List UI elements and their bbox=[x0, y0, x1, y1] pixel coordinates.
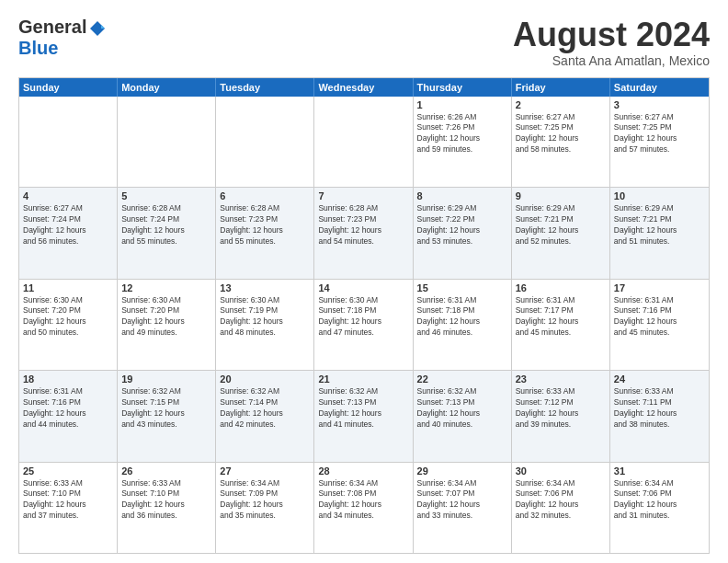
day-number: 4 bbox=[23, 190, 113, 201]
day-cell-30: 30Sunrise: 6:34 AMSunset: 7:06 PMDayligh… bbox=[512, 463, 610, 553]
cell-line: Daylight: 12 hours bbox=[516, 500, 606, 511]
cell-line: Sunset: 7:21 PM bbox=[516, 214, 606, 225]
cell-line: Daylight: 12 hours bbox=[318, 500, 408, 511]
day-number: 15 bbox=[417, 282, 507, 293]
day-cell-27: 27Sunrise: 6:34 AMSunset: 7:09 PMDayligh… bbox=[216, 463, 314, 553]
cell-line: Daylight: 12 hours bbox=[318, 408, 408, 419]
day-number: 9 bbox=[516, 190, 606, 201]
day-number: 1 bbox=[417, 99, 507, 110]
day-number: 26 bbox=[121, 465, 211, 477]
cell-line: and 53 minutes. bbox=[417, 236, 507, 247]
empty-cell bbox=[19, 97, 118, 187]
cell-line: and 58 minutes. bbox=[516, 144, 606, 155]
day-number: 23 bbox=[516, 373, 606, 385]
cell-line: and 51 minutes. bbox=[614, 236, 705, 247]
day-number: 27 bbox=[220, 465, 310, 477]
cell-line: Daylight: 12 hours bbox=[23, 225, 113, 236]
cell-line: Sunrise: 6:31 AM bbox=[23, 386, 113, 397]
cell-line: Daylight: 12 hours bbox=[516, 316, 606, 327]
title-area: August 2024 Santa Ana Amatlan, Mexico bbox=[513, 17, 710, 68]
cell-line: Sunrise: 6:27 AM bbox=[23, 203, 113, 214]
cell-line: and 55 minutes. bbox=[220, 236, 310, 247]
day-number: 25 bbox=[23, 465, 113, 477]
cell-line: Sunrise: 6:33 AM bbox=[121, 478, 211, 489]
day-cell-31: 31Sunrise: 6:34 AMSunset: 7:06 PMDayligh… bbox=[610, 463, 709, 553]
cell-line: Sunset: 7:06 PM bbox=[516, 488, 606, 500]
day-cell-21: 21Sunrise: 6:32 AMSunset: 7:13 PMDayligh… bbox=[314, 371, 413, 461]
day-cell-13: 13Sunrise: 6:30 AMSunset: 7:19 PMDayligh… bbox=[216, 280, 314, 370]
cell-line: Sunset: 7:14 PM bbox=[220, 397, 310, 408]
day-cell-9: 9Sunrise: 6:29 AMSunset: 7:21 PMDaylight… bbox=[512, 188, 610, 278]
day-cell-2: 2Sunrise: 6:27 AMSunset: 7:25 PMDaylight… bbox=[512, 97, 610, 187]
day-cell-10: 10Sunrise: 6:29 AMSunset: 7:21 PMDayligh… bbox=[610, 188, 709, 278]
day-cell-24: 24Sunrise: 6:33 AMSunset: 7:11 PMDayligh… bbox=[610, 371, 709, 461]
cell-line: Daylight: 12 hours bbox=[318, 225, 408, 236]
logo-icon bbox=[88, 19, 105, 36]
page: General Blue August 2024 Santa Ana Amatl… bbox=[0, 0, 728, 563]
cell-line: and 33 minutes. bbox=[417, 511, 507, 522]
cell-line: Sunset: 7:08 PM bbox=[318, 488, 408, 500]
calendar-row-4: 25Sunrise: 6:33 AMSunset: 7:10 PMDayligh… bbox=[19, 462, 709, 553]
cell-line: and 41 minutes. bbox=[318, 419, 408, 431]
cell-line: and 52 minutes. bbox=[516, 236, 606, 247]
cell-line: Sunset: 7:16 PM bbox=[23, 397, 113, 408]
cell-line: Daylight: 12 hours bbox=[23, 316, 113, 327]
day-cell-3: 3Sunrise: 6:27 AMSunset: 7:25 PMDaylight… bbox=[610, 97, 709, 187]
cell-line: Sunrise: 6:33 AM bbox=[23, 478, 113, 489]
cell-line: Sunrise: 6:34 AM bbox=[417, 478, 507, 489]
day-cell-28: 28Sunrise: 6:34 AMSunset: 7:08 PMDayligh… bbox=[314, 463, 413, 553]
cell-line: Sunset: 7:12 PM bbox=[516, 397, 606, 408]
day-cell-8: 8Sunrise: 6:29 AMSunset: 7:22 PMDaylight… bbox=[414, 188, 512, 278]
calendar-body: 1Sunrise: 6:26 AMSunset: 7:26 PMDaylight… bbox=[19, 97, 709, 553]
day-cell-20: 20Sunrise: 6:32 AMSunset: 7:14 PMDayligh… bbox=[216, 371, 314, 461]
day-number: 13 bbox=[220, 282, 310, 293]
cell-line: Sunset: 7:10 PM bbox=[23, 488, 113, 500]
cell-line: Sunset: 7:09 PM bbox=[220, 488, 310, 500]
cell-line: Sunrise: 6:29 AM bbox=[417, 203, 507, 214]
cell-line: Sunset: 7:24 PM bbox=[121, 214, 211, 225]
cell-line: and 34 minutes. bbox=[318, 511, 408, 522]
empty-cell bbox=[216, 97, 314, 187]
cell-line: Sunrise: 6:29 AM bbox=[516, 203, 606, 214]
calendar-row-0: 1Sunrise: 6:26 AMSunset: 7:26 PMDaylight… bbox=[19, 97, 709, 187]
cell-line: Sunrise: 6:34 AM bbox=[318, 478, 408, 489]
day-number: 22 bbox=[417, 373, 507, 385]
cell-line: Sunset: 7:11 PM bbox=[614, 397, 705, 408]
cell-line: and 45 minutes. bbox=[516, 327, 606, 339]
cell-line: Sunrise: 6:28 AM bbox=[121, 203, 211, 214]
cell-line: and 48 minutes. bbox=[220, 327, 310, 339]
day-cell-23: 23Sunrise: 6:33 AMSunset: 7:12 PMDayligh… bbox=[512, 371, 610, 461]
cell-line: and 44 minutes. bbox=[23, 419, 113, 431]
cell-line: Daylight: 12 hours bbox=[220, 500, 310, 511]
cell-line: Sunset: 7:13 PM bbox=[417, 397, 507, 408]
cell-line: Daylight: 12 hours bbox=[417, 316, 507, 327]
day-number: 24 bbox=[614, 373, 705, 385]
cell-line: and 50 minutes. bbox=[23, 327, 113, 339]
cell-line: Sunset: 7:23 PM bbox=[318, 214, 408, 225]
cell-line: Sunrise: 6:30 AM bbox=[220, 295, 310, 306]
cell-line: Sunrise: 6:31 AM bbox=[516, 295, 606, 306]
day-number: 5 bbox=[121, 190, 211, 201]
cell-line: Sunrise: 6:27 AM bbox=[516, 112, 606, 123]
cell-line: Daylight: 12 hours bbox=[614, 408, 705, 419]
cell-line: and 38 minutes. bbox=[614, 419, 705, 431]
empty-cell bbox=[118, 97, 216, 187]
cell-line: and 32 minutes. bbox=[516, 511, 606, 522]
cell-line: Daylight: 12 hours bbox=[121, 316, 211, 327]
cell-line: Sunrise: 6:29 AM bbox=[614, 203, 705, 214]
cell-line: Sunset: 7:18 PM bbox=[417, 305, 507, 316]
empty-cell bbox=[314, 97, 413, 187]
cell-line: and 39 minutes. bbox=[516, 419, 606, 431]
cell-line: Sunset: 7:15 PM bbox=[121, 397, 211, 408]
cell-line: Daylight: 12 hours bbox=[23, 408, 113, 419]
day-number: 10 bbox=[614, 190, 705, 201]
day-cell-15: 15Sunrise: 6:31 AMSunset: 7:18 PMDayligh… bbox=[414, 280, 512, 370]
logo: General Blue bbox=[18, 17, 105, 59]
cell-line: and 36 minutes. bbox=[121, 511, 211, 522]
cell-line: Daylight: 12 hours bbox=[121, 408, 211, 419]
cell-line: Sunrise: 6:30 AM bbox=[121, 295, 211, 306]
cell-line: Daylight: 12 hours bbox=[318, 316, 408, 327]
calendar-header: SundayMondayTuesdayWednesdayThursdayFrid… bbox=[19, 78, 709, 97]
cell-line: Daylight: 12 hours bbox=[417, 500, 507, 511]
day-number: 16 bbox=[516, 282, 606, 293]
